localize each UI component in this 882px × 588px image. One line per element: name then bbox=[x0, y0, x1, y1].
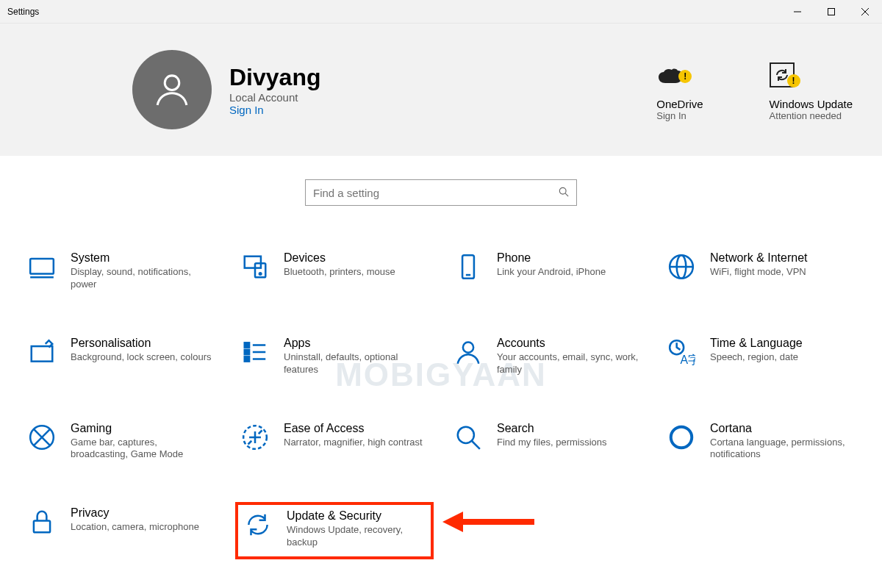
category-title: Cortana bbox=[710, 422, 856, 435]
category-desc: Cortana language, permissions, notificat… bbox=[710, 437, 856, 462]
svg-line-33 bbox=[472, 440, 480, 448]
category-apps[interactable]: AppsUninstall, defaults, optional featur… bbox=[235, 332, 434, 384]
windows-update-subtitle: Attention needed bbox=[770, 110, 853, 121]
user-icon bbox=[151, 69, 193, 110]
category-title: Ease of Access bbox=[284, 422, 423, 435]
category-title: Personalisation bbox=[71, 337, 211, 350]
search-input[interactable] bbox=[313, 187, 559, 199]
search-row bbox=[0, 179, 882, 206]
onedrive-tile[interactable]: ! OneDrive Sign In bbox=[656, 58, 703, 121]
category-title: System bbox=[71, 251, 216, 265]
category-title: Accounts bbox=[497, 337, 642, 350]
category-title: Search bbox=[497, 422, 607, 435]
svg-rect-8 bbox=[30, 259, 54, 274]
apps-icon bbox=[240, 337, 270, 368]
svg-text:A字: A字 bbox=[680, 354, 695, 366]
category-time[interactable]: A字 Time & LanguageSpeech, region, date bbox=[662, 332, 860, 384]
category-accounts[interactable]: AccountsYour accounts, email, sync, work… bbox=[448, 332, 647, 384]
network-icon bbox=[666, 251, 697, 282]
window-controls bbox=[781, 0, 882, 23]
personalisation-icon bbox=[26, 337, 57, 368]
search-box[interactable] bbox=[305, 179, 577, 206]
cortana-icon bbox=[666, 422, 697, 453]
ease-icon bbox=[240, 422, 270, 453]
svg-rect-21 bbox=[245, 356, 249, 361]
category-title: Time & Language bbox=[710, 337, 803, 350]
category-gaming[interactable]: GamingGame bar, captures, broadcasting, … bbox=[22, 417, 220, 469]
update-security-icon bbox=[243, 509, 273, 540]
category-personalisation[interactable]: PersonalisationBackground, lock screen, … bbox=[22, 332, 220, 384]
category-title: Network & Internet bbox=[710, 251, 808, 265]
user-subtitle: Local Account bbox=[229, 91, 320, 104]
category-system[interactable]: SystemDisplay, sound, notifications, pow… bbox=[22, 247, 220, 298]
gaming-icon bbox=[26, 422, 57, 453]
category-desc: Narrator, magnifier, high contrast bbox=[284, 437, 423, 449]
category-title: Gaming bbox=[71, 422, 216, 435]
svg-point-12 bbox=[259, 273, 262, 275]
category-update-security[interactable]: Update & SecurityWindows Update, recover… bbox=[235, 502, 434, 559]
close-button[interactable] bbox=[848, 0, 882, 23]
avatar bbox=[132, 50, 212, 129]
profile-text: Divyang Local Account Sign In bbox=[229, 64, 320, 116]
phone-icon bbox=[453, 251, 484, 282]
category-cortana[interactable]: CortanaCortana language, permissions, no… bbox=[662, 417, 860, 469]
warning-badge-icon: ! bbox=[678, 70, 692, 83]
search-icon bbox=[559, 187, 569, 199]
category-desc: Display, sound, notifications, power bbox=[71, 266, 216, 291]
user-profile[interactable]: Divyang Local Account Sign In bbox=[132, 50, 320, 129]
svg-line-7 bbox=[565, 193, 568, 196]
minimize-button[interactable] bbox=[781, 0, 814, 23]
svg-rect-1 bbox=[828, 8, 835, 15]
category-search[interactable]: SearchFind my files, permissions bbox=[448, 417, 647, 469]
svg-rect-10 bbox=[245, 257, 261, 268]
category-desc: Bluetooth, printers, mouse bbox=[284, 266, 395, 279]
category-title: Devices bbox=[284, 251, 395, 265]
category-desc: Location, camera, microphone bbox=[71, 521, 199, 534]
svg-point-6 bbox=[559, 187, 566, 194]
svg-point-25 bbox=[463, 342, 473, 352]
category-desc: Game bar, captures, broadcasting, Game M… bbox=[71, 437, 216, 462]
svg-rect-20 bbox=[245, 350, 249, 354]
sign-in-link[interactable]: Sign In bbox=[229, 104, 320, 116]
user-name: Divyang bbox=[229, 64, 320, 91]
title-bar: Settings bbox=[0, 0, 882, 24]
maximize-button[interactable] bbox=[814, 0, 848, 23]
svg-point-34 bbox=[671, 426, 692, 448]
windows-update-tile[interactable]: ! Windows Update Attention needed bbox=[770, 58, 853, 121]
svg-point-4 bbox=[165, 76, 179, 90]
category-desc: Link your Android, iPhone bbox=[497, 266, 606, 279]
category-title: Apps bbox=[284, 337, 429, 350]
windows-update-title: Windows Update bbox=[770, 98, 853, 110]
window-title: Settings bbox=[7, 7, 39, 17]
header-band: Divyang Local Account Sign In ! OneDrive… bbox=[0, 24, 882, 156]
category-desc: Uninstall, defaults, optional features bbox=[284, 351, 429, 376]
time-icon: A字 bbox=[666, 337, 697, 368]
devices-icon bbox=[240, 251, 270, 282]
svg-rect-18 bbox=[32, 346, 53, 362]
onedrive-title: OneDrive bbox=[656, 98, 703, 110]
category-phone[interactable]: PhoneLink your Android, iPhone bbox=[448, 247, 647, 298]
category-desc: Windows Update, recovery, backup bbox=[287, 524, 426, 549]
category-title: Privacy bbox=[71, 506, 199, 520]
category-title: Phone bbox=[497, 251, 606, 265]
header-tiles: ! OneDrive Sign In ! Windows Update Atte… bbox=[656, 58, 853, 121]
search-category-icon bbox=[453, 422, 484, 453]
category-desc: Find my files, permissions bbox=[497, 437, 607, 449]
category-ease[interactable]: Ease of AccessNarrator, magnifier, high … bbox=[235, 417, 434, 469]
accounts-icon bbox=[453, 337, 484, 368]
category-desc: WiFi, flight mode, VPN bbox=[710, 266, 808, 279]
system-icon bbox=[26, 251, 57, 282]
privacy-icon bbox=[26, 506, 57, 537]
category-privacy[interactable]: PrivacyLocation, camera, microphone bbox=[22, 502, 220, 559]
category-title: Update & Security bbox=[287, 509, 426, 523]
category-desc: Background, lock screen, colours bbox=[71, 351, 211, 364]
onedrive-subtitle: Sign In bbox=[656, 110, 703, 121]
category-desc: Your accounts, email, sync, work, family bbox=[497, 351, 642, 376]
category-devices[interactable]: DevicesBluetooth, printers, mouse bbox=[235, 247, 434, 298]
svg-point-32 bbox=[458, 426, 474, 442]
category-network[interactable]: Network & InternetWiFi, flight mode, VPN bbox=[662, 247, 860, 298]
categories-grid: SystemDisplay, sound, notifications, pow… bbox=[0, 206, 882, 559]
category-desc: Speech, region, date bbox=[710, 351, 803, 364]
warning-badge-icon: ! bbox=[787, 74, 800, 87]
svg-rect-19 bbox=[245, 343, 249, 347]
